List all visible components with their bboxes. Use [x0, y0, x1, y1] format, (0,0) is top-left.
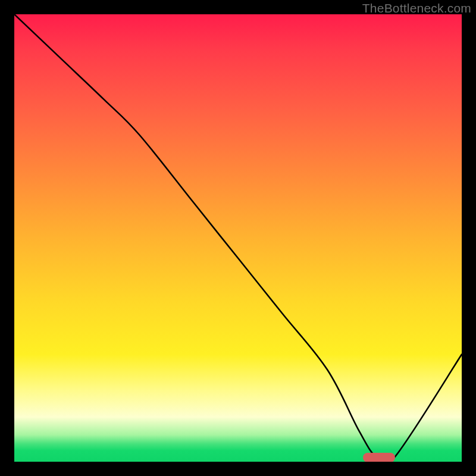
plot-area: [14, 14, 462, 462]
chart-frame: TheBottleneck.com: [0, 0, 476, 476]
bottleneck-curve: [14, 14, 462, 462]
optimal-range-marker: [363, 453, 395, 462]
watermark-label: TheBottleneck.com: [362, 1, 471, 15]
